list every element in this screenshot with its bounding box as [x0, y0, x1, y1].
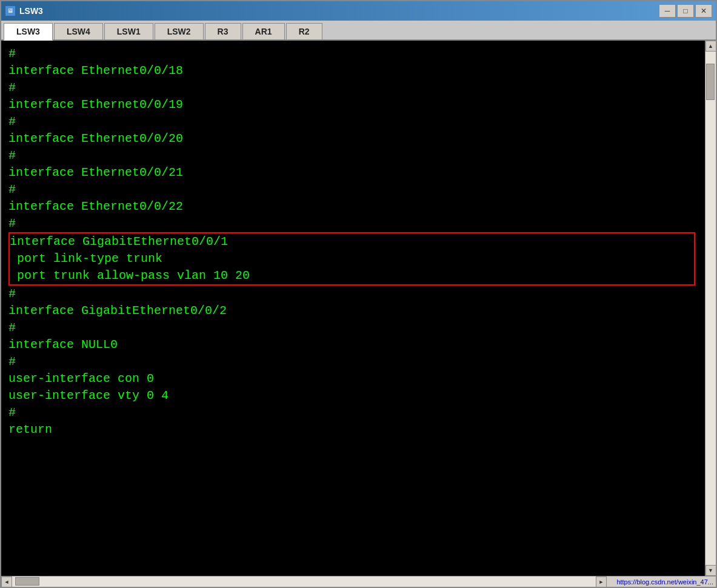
scroll-thumb-v[interactable] [706, 64, 715, 100]
tab-LSW4[interactable]: LSW4 [54, 23, 103, 39]
terminal-line: # [8, 45, 698, 62]
terminal-line: interface Ethernet0/0/20 [8, 130, 698, 147]
tab-bar: LSW3 LSW4 LSW1 LSW2 R3 AR1 R2 [1, 21, 716, 41]
highlighted-line-1: interface GigabitEthernet0/0/1 [10, 233, 694, 250]
status-bar-url: https://blog.csdn.net/weixin_47... [607, 576, 716, 587]
vertical-scrollbar: ▲ ▼ [705, 41, 716, 576]
terminal-line: user-interface vty 0 4 [8, 387, 698, 404]
highlighted-line-3: port trunk allow-pass vlan 10 20 [10, 267, 694, 284]
bottom-bar: ◄ ► https://blog.csdn.net/weixin_47... [1, 576, 716, 587]
tab-AR1[interactable]: AR1 [242, 23, 285, 39]
terminal-line: interface NULL0 [8, 336, 698, 353]
terminal-line: # [8, 79, 698, 96]
terminal-line: interface Ethernet0/0/19 [8, 96, 698, 113]
terminal-line: interface Ethernet0/0/21 [8, 164, 698, 181]
minimize-button[interactable]: ─ [659, 4, 676, 18]
tab-LSW2[interactable]: LSW2 [155, 23, 204, 39]
tab-R3[interactable]: R3 [205, 23, 241, 39]
terminal[interactable]: # interface Ethernet0/0/18 # interface E… [1, 41, 705, 576]
maximize-button[interactable]: □ [677, 4, 694, 18]
tab-LSW3[interactable]: LSW3 [4, 23, 53, 41]
terminal-line: interface GigabitEthernet0/0/2 [8, 302, 698, 319]
highlighted-line-2: port link-type trunk [10, 250, 694, 267]
scroll-track-h[interactable] [12, 576, 596, 587]
terminal-line: return [8, 421, 698, 438]
main-window: 🖥 LSW3 ─ □ ✕ LSW3 LSW4 LSW1 LSW2 R3 AR1 … [0, 0, 717, 588]
content-area: # interface Ethernet0/0/18 # interface E… [1, 41, 716, 576]
scroll-left-button[interactable]: ◄ [1, 576, 12, 587]
app-icon: 🖥 [5, 5, 16, 16]
terminal-line: # [8, 181, 698, 198]
terminal-line: # [8, 404, 698, 421]
terminal-line: interface Ethernet0/0/18 [8, 62, 698, 79]
terminal-line: # [8, 147, 698, 164]
scroll-track-v[interactable] [705, 52, 716, 565]
scroll-thumb-h[interactable] [15, 577, 39, 586]
terminal-line: user-interface con 0 [8, 370, 698, 387]
tab-LSW1[interactable]: LSW1 [104, 23, 153, 39]
highlighted-block: interface GigabitEthernet0/0/1 port link… [8, 232, 695, 286]
terminal-line: # [8, 113, 698, 130]
terminal-line: # [8, 319, 698, 336]
terminal-line: # [8, 286, 698, 302]
title-controls: ─ □ ✕ [659, 4, 712, 18]
terminal-line: # [8, 353, 698, 370]
scroll-right-button[interactable]: ► [596, 576, 607, 587]
title-bar-left: 🖥 LSW3 [5, 5, 43, 16]
terminal-line: # [8, 215, 698, 232]
close-button[interactable]: ✕ [695, 4, 712, 18]
terminal-line: interface Ethernet0/0/22 [8, 198, 698, 215]
tab-R2[interactable]: R2 [286, 23, 322, 39]
scroll-up-button[interactable]: ▲ [705, 41, 716, 52]
title-bar: 🖥 LSW3 ─ □ ✕ [1, 1, 716, 21]
window-title: LSW3 [19, 6, 43, 16]
scroll-down-button[interactable]: ▼ [705, 565, 716, 576]
